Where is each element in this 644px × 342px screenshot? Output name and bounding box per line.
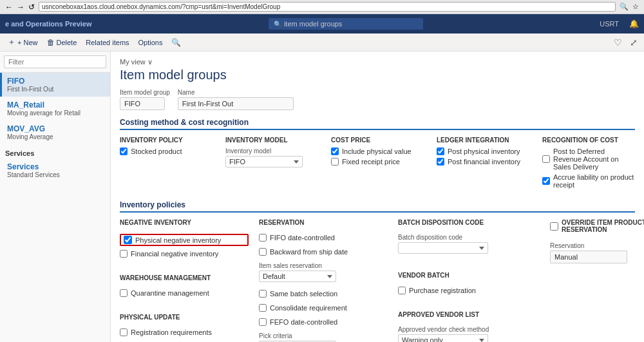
- fifo-date-checkbox[interactable]: [259, 234, 267, 242]
- vendor-batch-header: VENDOR BATCH: [398, 272, 540, 279]
- fefo-checkbox[interactable]: [259, 318, 267, 326]
- breadcrumb[interactable]: My view ∨: [120, 58, 635, 66]
- financial-negative-checkbox[interactable]: [120, 250, 128, 258]
- deferred-checkbox[interactable]: [542, 155, 550, 163]
- sidebar-item-fifo[interactable]: FIFO First In-First Out: [0, 73, 110, 97]
- sidebar-item-ma-retail[interactable]: MA_Retail Moving average for Retail: [0, 97, 110, 120]
- batch-disposition-header: BATCH DISPOSITION CODE: [398, 219, 540, 226]
- batch-disposition-field: Batch disposition code: [398, 234, 540, 254]
- new-button[interactable]: ＋ + New: [4, 35, 42, 50]
- cost-price-col: COST PRICE Include physical value Fixed …: [331, 137, 424, 191]
- item-sales-field: Item sales reservation Default: [259, 262, 388, 282]
- consolidate-row: Consolidate requirement: [259, 304, 388, 312]
- filter-input[interactable]: [4, 55, 106, 68]
- fixed-receipt-row: Fixed receipt price: [331, 158, 424, 166]
- sidebar: FIFO First In-First Out MA_Retail Moving…: [0, 52, 111, 342]
- physical-negative-label: Physical negative inventory: [135, 236, 221, 244]
- search-placeholder: item model groups: [284, 20, 343, 28]
- same-batch-row: Same batch selection: [259, 290, 388, 298]
- batch-disposition-select[interactable]: [398, 242, 488, 254]
- fefo-label: FEFO date-controlled: [270, 318, 337, 326]
- delete-button[interactable]: 🗑 Delete: [43, 36, 81, 49]
- fefo-row: FEFO date-controlled: [259, 318, 388, 326]
- name-input[interactable]: [178, 97, 294, 110]
- inventory-model-field: Inventory model FIFO: [225, 147, 318, 167]
- header-fields: Item model group Name: [120, 89, 635, 110]
- app-search-area: 🔍 item model groups: [97, 18, 595, 30]
- accrue-checkbox[interactable]: [542, 177, 550, 185]
- fifo-date-label: FIFO date-controlled: [270, 234, 335, 242]
- include-physical-row: Include physical value: [331, 147, 424, 155]
- pick-criteria-label: Pick criteria: [259, 332, 388, 339]
- stocked-product-label: Stocked product: [131, 147, 182, 155]
- physical-negative-checkbox[interactable]: [124, 236, 132, 244]
- quarantine-row: Quarantine management: [120, 289, 249, 297]
- accrue-label: Accrue liability on product receipt: [553, 173, 635, 189]
- inventory-model-select[interactable]: FIFO: [225, 156, 303, 167]
- fullscreen-icon[interactable]: ⤢: [627, 36, 640, 49]
- costing-section-title: Costing method & cost recognition: [120, 118, 635, 130]
- reservation-field: Reservation: [550, 242, 644, 263]
- main-layout: FIFO First In-First Out MA_Retail Moving…: [0, 52, 644, 342]
- delete-icon: 🗑: [47, 38, 55, 47]
- backward-row: Backward from ship date: [259, 248, 388, 256]
- purchase-reg-label: Purchase registration: [409, 287, 476, 294]
- ledger-integration-col: LEDGER INTEGRATION Post physical invento…: [437, 137, 529, 191]
- post-financial-checkbox[interactable]: [437, 158, 444, 166]
- accrue-row: Accrue liability on product receipt: [542, 173, 635, 189]
- forward-icon[interactable]: →: [17, 3, 24, 12]
- search-icon[interactable]: 🔍: [620, 3, 629, 11]
- url-bar[interactable]: usnconeboxax1aos.cloud.onebox.dynamics.c…: [39, 2, 616, 12]
- toolbar-search-button[interactable]: 🔍: [167, 36, 185, 49]
- post-financial-label: Post financial inventory: [448, 158, 520, 166]
- item-sales-select[interactable]: Default: [259, 271, 336, 282]
- cost-price-header: COST PRICE: [331, 137, 424, 144]
- negative-inventory-col: NEGATIVE INVENTORY Physical negative inv…: [120, 219, 249, 342]
- sidebar-item-ma-retail-desc: Moving average for Retail: [7, 109, 105, 117]
- include-physical-checkbox[interactable]: [331, 147, 339, 155]
- reservation-col: RESERVATION FIFO date-controlled Backwar…: [259, 219, 388, 342]
- purchase-reg-checkbox[interactable]: [398, 287, 406, 294]
- stocked-product-checkbox[interactable]: [120, 147, 128, 155]
- reservation-input[interactable]: [550, 251, 627, 263]
- favorite-icon[interactable]: ♡: [611, 36, 625, 49]
- item-model-group-input[interactable]: [120, 97, 165, 110]
- check-method-select[interactable]: Warning only: [398, 334, 488, 342]
- registration-checkbox[interactable]: [120, 328, 128, 336]
- backward-checkbox[interactable]: [259, 248, 267, 256]
- override-checkbox[interactable]: [550, 222, 558, 231]
- override-header: OVERRIDE ITEM PRODUCTION RESERVATION: [562, 219, 644, 233]
- fixed-receipt-checkbox[interactable]: [331, 158, 339, 166]
- name-label: Name: [178, 89, 294, 96]
- post-physical-checkbox[interactable]: [437, 147, 444, 155]
- app-title: e and Operations Preview: [5, 20, 92, 28]
- same-batch-checkbox[interactable]: [259, 290, 267, 298]
- inventory-policies-title: Inventory policies: [120, 200, 635, 213]
- quarantine-checkbox[interactable]: [120, 289, 128, 297]
- recognition-cost-col: RECOGNITION OF COST Post to Deferred Rev…: [542, 137, 635, 191]
- options-button[interactable]: Options: [135, 37, 167, 48]
- registration-row: Registration requirements: [120, 328, 249, 336]
- consolidate-label: Consolidate requirement: [270, 304, 347, 312]
- sidebar-item-mov-avg[interactable]: MOV_AVG Moving Average: [0, 120, 110, 144]
- financial-negative-row: Financial negative inventory: [120, 250, 249, 258]
- registration-label: Registration requirements: [131, 328, 212, 336]
- bell-icon[interactable]: 🔔: [629, 19, 639, 28]
- batch-disposition-label: Batch disposition code: [398, 234, 540, 241]
- inventory-model-col: INVENTORY MODEL Inventory model FIFO: [225, 137, 318, 191]
- search-icon: 🔍: [171, 38, 181, 47]
- back-icon[interactable]: ←: [5, 3, 13, 12]
- search-icon: 🔍: [274, 21, 281, 28]
- deferred-label: Post to Deferred Revenue Account on Sale…: [553, 147, 635, 171]
- content-area: My view ∨ Item model groups Item model g…: [111, 52, 644, 342]
- batch-vendor-col: BATCH DISPOSITION CODE Batch disposition…: [398, 219, 540, 342]
- warehouse-header: WAREHOUSE MANAGEMENT: [120, 274, 249, 281]
- consolidate-checkbox[interactable]: [259, 304, 267, 312]
- bookmark-icon[interactable]: ☆: [632, 3, 639, 11]
- include-physical-label: Include physical value: [342, 147, 412, 155]
- related-items-button[interactable]: Related items: [82, 37, 133, 48]
- sidebar-item-services[interactable]: Services Standard Services: [0, 158, 110, 182]
- page-title: Item model groups: [120, 68, 635, 82]
- inventory-model-header: INVENTORY MODEL: [225, 137, 318, 144]
- refresh-icon[interactable]: ↺: [28, 3, 35, 12]
